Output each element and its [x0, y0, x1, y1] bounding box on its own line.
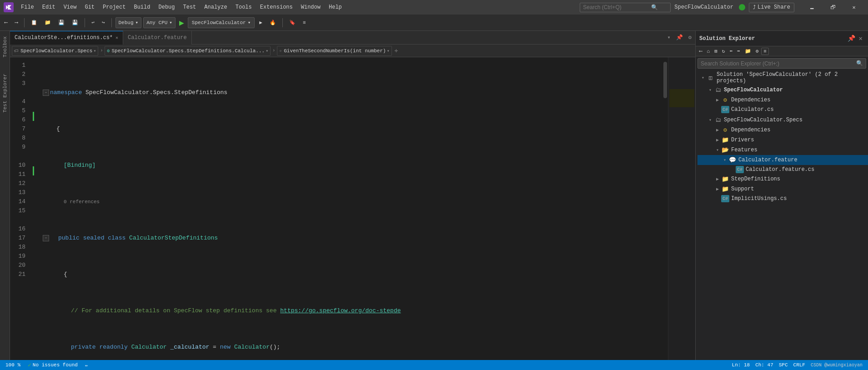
- tree-support[interactable]: ▶ 📁 Support: [697, 184, 868, 194]
- menu-build[interactable]: Build: [130, 2, 154, 12]
- menu-extensions[interactable]: Extensions: [256, 2, 296, 12]
- se-close-button[interactable]: ✕: [857, 34, 864, 43]
- tree-implicit[interactable]: C# ImplicitUsings.cs: [697, 194, 868, 203]
- menu-git[interactable]: Git: [81, 2, 98, 12]
- menu-edit[interactable]: Edit: [39, 2, 59, 12]
- method-dropdown[interactable]: ⬦ GivenTheSecondNumberIs(int number) ▾: [277, 46, 391, 56]
- toolbox-tab[interactable]: Toolbox: [1, 33, 9, 61]
- status-zoom[interactable]: 100 %: [4, 362, 22, 368]
- tree-solution[interactable]: ▾ ◫ Solution 'SpecFlowCalculator' (2 of …: [697, 70, 868, 85]
- toolbar-redo[interactable]: ↪: [99, 18, 108, 27]
- active-tab[interactable]: CalculatorSte...efinitions.cs* ✕: [10, 31, 123, 45]
- toolbar-save-all[interactable]: 💾: [69, 18, 81, 27]
- toolbar-bookmark[interactable]: 🔖: [286, 18, 298, 27]
- gutter: [33, 57, 39, 360]
- toolbar-attach[interactable]: ▶: [256, 18, 265, 27]
- minimize-button[interactable]: 🗕: [802, 0, 823, 15]
- proj2-expand[interactable]: ▾: [707, 117, 714, 123]
- tree-calc-feature[interactable]: ▾ 💬 Calculator.feature: [697, 155, 868, 165]
- se-refresh-btn[interactable]: ↻: [720, 47, 727, 55]
- nav-add-button[interactable]: ✛: [394, 46, 399, 55]
- menu-test[interactable]: Test: [180, 2, 200, 12]
- menu-file[interactable]: File: [17, 2, 38, 12]
- toolbar-new-project[interactable]: 📋: [28, 18, 40, 27]
- live-share-button[interactable]: ⤴ Live Share: [749, 3, 794, 12]
- menu-tools[interactable]: Tools: [232, 2, 256, 12]
- toolbar-undo[interactable]: ↩: [89, 18, 97, 27]
- proj1-expand[interactable]: ▾: [707, 87, 714, 93]
- tab-pin-button[interactable]: 📌: [674, 33, 685, 42]
- tree-calc-cs[interactable]: C# Calculator.cs: [697, 105, 868, 114]
- toolbar-open[interactable]: 📁: [42, 18, 54, 27]
- solution-expand[interactable]: ▾: [699, 75, 707, 80]
- debug-config-dropdown[interactable]: Debug ▾: [115, 17, 142, 28]
- line-num-12: 12: [10, 179, 29, 188]
- tree-drivers[interactable]: ▶ 📁 Drivers: [697, 135, 868, 145]
- features-expand[interactable]: ▾: [714, 147, 721, 153]
- se-back2-btn[interactable]: ⬅: [728, 47, 734, 55]
- tree-proj1[interactable]: ▾ 🗂 SpecFlowCalculator: [697, 85, 868, 95]
- se-active-item-btn[interactable]: ≡: [761, 48, 769, 55]
- se-settings-btn[interactable]: ⚙: [754, 47, 761, 55]
- close-button[interactable]: ✕: [843, 0, 864, 15]
- collapse-4[interactable]: −: [43, 235, 49, 241]
- toolbar-fire[interactable]: 🔥: [267, 18, 279, 27]
- tab-list-button[interactable]: ▾: [666, 33, 672, 42]
- project-run-dropdown[interactable]: SpecFlowCalculator ▾: [188, 17, 255, 28]
- status-ch[interactable]: Ch: 47: [753, 362, 775, 368]
- status-issues[interactable]: ✓ No issues found: [26, 361, 80, 369]
- line-num-6: 6: [10, 115, 29, 125]
- deps2-expand[interactable]: ▶: [714, 127, 721, 133]
- tree-calc-feature-cs[interactable]: C# Calculator.feature.cs: [697, 165, 868, 174]
- line-num-1: 1: [10, 61, 29, 70]
- menu-analyze[interactable]: Analyze: [201, 2, 231, 12]
- stepdefs-expand[interactable]: ▶: [714, 176, 721, 182]
- calc-feature-expand[interactable]: ▾: [721, 157, 728, 163]
- menu-window[interactable]: Window: [297, 2, 324, 12]
- namespace-arrow: ▾: [93, 48, 96, 54]
- toolbar-forward[interactable]: ⟶: [12, 18, 21, 27]
- tree-deps2[interactable]: ▶ ⚙ Dependencies: [697, 125, 868, 135]
- run-button[interactable]: ▶: [177, 18, 186, 28]
- menu-debug[interactable]: Debug: [155, 2, 178, 12]
- title-search-input[interactable]: [583, 4, 651, 10]
- inactive-tab[interactable]: Calculator.feature: [123, 31, 192, 45]
- se-search-input[interactable]: [701, 60, 856, 67]
- namespace-label: SpecFlowCalculator.Specs: [20, 48, 92, 54]
- test-explorer-tab[interactable]: Test Explorer: [1, 70, 9, 116]
- restore-button[interactable]: 🗗: [823, 0, 843, 15]
- support-expand[interactable]: ▶: [714, 186, 721, 192]
- status-spc[interactable]: SPC: [777, 362, 790, 368]
- se-back-btn[interactable]: ⟵: [697, 47, 704, 55]
- scroll-thumb[interactable]: [663, 62, 667, 98]
- class-dropdown[interactable]: ⚙ SpecFlowCalculator.Specs.StepDefinitio…: [105, 46, 271, 56]
- tree-deps1[interactable]: ▶ ⚙ Dependencies: [697, 95, 868, 105]
- se-pin-button[interactable]: 📌: [846, 34, 857, 43]
- cpu-dropdown[interactable]: Any CPU ▾: [143, 17, 176, 28]
- menu-project[interactable]: Project: [99, 2, 129, 12]
- deps1-expand[interactable]: ▶: [714, 97, 721, 103]
- se-folder-btn[interactable]: 📁: [743, 47, 753, 55]
- toolbar-back[interactable]: ⟵: [2, 18, 10, 27]
- active-tab-close[interactable]: ✕: [115, 35, 118, 40]
- title-search-box[interactable]: 🔍: [580, 3, 671, 12]
- toolbar-save[interactable]: 💾: [55, 18, 67, 27]
- tree-proj2[interactable]: ▾ 🗂 SpecFlowCalculator.Specs: [697, 115, 868, 125]
- tree-features[interactable]: ▾ 📂 Features: [697, 145, 868, 155]
- se-search-box[interactable]: 🔍: [697, 58, 866, 69]
- se-forward-btn[interactable]: ➡: [735, 47, 742, 55]
- tab-settings-button[interactable]: ⚙: [687, 33, 693, 42]
- status-ln[interactable]: Ln: 18: [730, 362, 752, 368]
- menu-help[interactable]: Help: [325, 2, 346, 12]
- se-vs-btn[interactable]: ⊞: [712, 47, 719, 55]
- menu-view[interactable]: View: [60, 2, 80, 12]
- collapse-1[interactable]: −: [43, 90, 49, 96]
- se-home-btn[interactable]: ⌂: [705, 48, 712, 55]
- code-content[interactable]: − namespace SpecFlowCalculator.Specs.Ste…: [39, 57, 662, 360]
- drivers-expand[interactable]: ▶: [714, 137, 721, 143]
- status-crlf[interactable]: CRLF: [792, 362, 807, 368]
- tree-stepdefs[interactable]: ▶ 📁 StepDefinitions: [697, 174, 868, 184]
- vertical-scrollbar[interactable]: [662, 57, 668, 360]
- namespace-dropdown[interactable]: 🏷 SpecFlowCalculator.Specs ▾: [12, 46, 98, 56]
- toolbar-extras[interactable]: ≡: [300, 19, 309, 27]
